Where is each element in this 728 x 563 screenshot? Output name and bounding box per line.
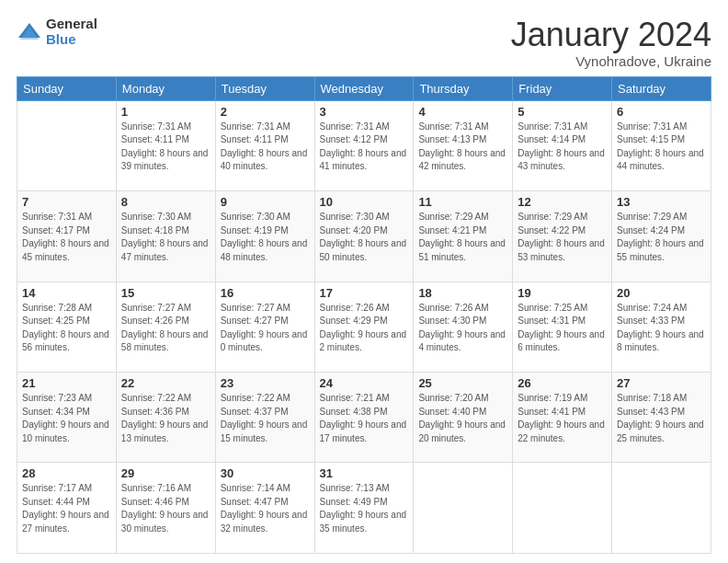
sunrise-23: Sunrise: 7:22 AM (221, 393, 290, 403)
logo: General Blue (17, 17, 97, 47)
cell-3-5: 26Sunrise: 7:19 AMSunset: 4:41 PMDayligh… (513, 373, 612, 463)
day-number-7: 7 (22, 195, 111, 209)
header-tuesday: Tuesday (215, 76, 314, 100)
cell-1-1: 8Sunrise: 7:30 AMSunset: 4:18 PMDaylight… (116, 191, 215, 282)
daylight-18: Daylight: 9 hours and 4 minutes. (418, 329, 506, 353)
header-saturday: Saturday (612, 76, 711, 100)
daylight-17: Daylight: 9 hours and 2 minutes. (320, 329, 407, 353)
cell-0-2: 2Sunrise: 7:31 AMSunset: 4:11 PMDaylight… (215, 100, 314, 190)
sunset-27: Sunset: 4:43 PM (617, 407, 685, 417)
sunrise-14: Sunrise: 7:28 AM (22, 303, 92, 313)
daylight-20: Daylight: 9 hours and 8 minutes. (617, 329, 704, 353)
day-info-25: Sunrise: 7:20 AMSunset: 4:40 PMDaylight:… (418, 392, 507, 445)
sunset-7: Sunset: 4:17 PM (22, 225, 90, 236)
cell-1-3: 10Sunrise: 7:30 AMSunset: 4:20 PMDayligh… (314, 191, 414, 282)
sunrise-26: Sunrise: 7:19 AM (518, 393, 587, 403)
page: General Blue January 2024 Vynohradove, U… (0, 0, 728, 563)
sunset-1: Sunset: 4:11 PM (121, 134, 189, 144)
cell-4-5 (513, 463, 612, 554)
title-month: January 2024 (511, 17, 711, 53)
sunset-13: Sunset: 4:24 PM (617, 225, 685, 236)
cell-2-6: 20Sunrise: 7:24 AMSunset: 4:33 PMDayligh… (612, 282, 711, 372)
day-info-31: Sunrise: 7:13 AMSunset: 4:49 PMDaylight:… (320, 482, 409, 535)
daylight-30: Daylight: 9 hours and 32 minutes. (221, 510, 308, 534)
day-info-16: Sunrise: 7:27 AMSunset: 4:27 PMDaylight:… (221, 302, 310, 355)
header-wednesday: Wednesday (314, 76, 414, 100)
day-info-2: Sunrise: 7:31 AMSunset: 4:11 PMDaylight:… (221, 121, 310, 174)
logo-general-text: General (46, 17, 97, 32)
sunrise-9: Sunrise: 7:30 AM (221, 212, 290, 222)
cell-3-0: 21Sunrise: 7:23 AMSunset: 4:34 PMDayligh… (17, 373, 117, 463)
sunset-9: Sunset: 4:19 PM (221, 225, 289, 236)
sunset-4: Sunset: 4:13 PM (418, 134, 486, 144)
day-info-21: Sunrise: 7:23 AMSunset: 4:34 PMDaylight:… (22, 392, 111, 445)
day-number-3: 3 (320, 105, 409, 119)
cell-0-3: 3Sunrise: 7:31 AMSunset: 4:12 PMDaylight… (314, 100, 414, 190)
cell-3-3: 24Sunrise: 7:21 AMSunset: 4:38 PMDayligh… (314, 373, 414, 463)
cell-2-0: 14Sunrise: 7:28 AMSunset: 4:25 PMDayligh… (17, 282, 117, 372)
sunset-8: Sunset: 4:18 PM (121, 225, 189, 236)
cell-0-5: 5Sunrise: 7:31 AMSunset: 4:14 PMDaylight… (513, 100, 612, 190)
daylight-6: Daylight: 8 hours and 44 minutes. (617, 148, 704, 172)
sunrise-31: Sunrise: 7:13 AM (320, 483, 390, 493)
sunset-29: Sunset: 4:46 PM (121, 497, 189, 507)
day-info-1: Sunrise: 7:31 AMSunset: 4:11 PMDaylight:… (121, 121, 210, 174)
day-number-15: 15 (121, 286, 210, 300)
header-monday: Monday (116, 76, 215, 100)
day-info-22: Sunrise: 7:22 AMSunset: 4:36 PMDaylight:… (121, 392, 210, 445)
day-info-10: Sunrise: 7:30 AMSunset: 4:20 PMDaylight:… (320, 211, 409, 264)
daylight-16: Daylight: 9 hours and 0 minutes. (221, 329, 308, 353)
sunrise-28: Sunrise: 7:17 AM (22, 483, 92, 493)
daylight-29: Daylight: 9 hours and 30 minutes. (121, 510, 209, 534)
sunrise-24: Sunrise: 7:21 AM (320, 393, 390, 403)
sunset-3: Sunset: 4:12 PM (320, 134, 388, 144)
cell-2-5: 19Sunrise: 7:25 AMSunset: 4:31 PMDayligh… (513, 282, 612, 372)
sunrise-19: Sunrise: 7:25 AM (518, 303, 587, 313)
sunset-25: Sunset: 4:40 PM (418, 407, 486, 417)
day-info-27: Sunrise: 7:18 AMSunset: 4:43 PMDaylight:… (617, 392, 706, 445)
sunrise-7: Sunrise: 7:31 AM (22, 212, 92, 222)
cell-1-0: 7Sunrise: 7:31 AMSunset: 4:17 PMDaylight… (17, 191, 117, 282)
daylight-28: Daylight: 9 hours and 27 minutes. (22, 510, 109, 534)
day-number-2: 2 (221, 105, 310, 119)
header-sunday: Sunday (17, 76, 117, 100)
sunset-10: Sunset: 4:20 PM (320, 225, 388, 236)
day-info-5: Sunrise: 7:31 AMSunset: 4:14 PMDaylight:… (518, 121, 607, 174)
day-number-13: 13 (617, 195, 706, 209)
sunrise-6: Sunrise: 7:31 AM (617, 121, 687, 132)
sunrise-5: Sunrise: 7:31 AM (518, 121, 587, 132)
sunrise-13: Sunrise: 7:29 AM (617, 212, 687, 222)
day-info-15: Sunrise: 7:27 AMSunset: 4:26 PMDaylight:… (121, 302, 210, 355)
week-row-2: 14Sunrise: 7:28 AMSunset: 4:25 PMDayligh… (17, 282, 711, 372)
sunrise-4: Sunrise: 7:31 AM (418, 121, 488, 132)
cell-4-0: 28Sunrise: 7:17 AMSunset: 4:44 PMDayligh… (17, 463, 117, 554)
daylight-4: Daylight: 8 hours and 42 minutes. (418, 148, 506, 172)
day-number-6: 6 (617, 105, 706, 119)
day-number-9: 9 (221, 195, 310, 209)
cell-4-1: 29Sunrise: 7:16 AMSunset: 4:46 PMDayligh… (116, 463, 215, 554)
title-location: Vynohradove, Ukraine (511, 53, 711, 69)
cell-1-6: 13Sunrise: 7:29 AMSunset: 4:24 PMDayligh… (612, 191, 711, 282)
cell-3-2: 23Sunrise: 7:22 AMSunset: 4:37 PMDayligh… (215, 373, 314, 463)
sunset-19: Sunset: 4:31 PM (518, 316, 586, 326)
sunset-15: Sunset: 4:26 PM (121, 316, 189, 326)
cell-1-4: 11Sunrise: 7:29 AMSunset: 4:21 PMDayligh… (414, 191, 513, 282)
weekday-header-row: Sunday Monday Tuesday Wednesday Thursday… (17, 76, 711, 100)
daylight-9: Daylight: 8 hours and 48 minutes. (221, 238, 308, 262)
day-number-10: 10 (320, 195, 409, 209)
day-number-21: 21 (22, 376, 111, 390)
cell-4-3: 31Sunrise: 7:13 AMSunset: 4:49 PMDayligh… (314, 463, 414, 554)
logo-blue-text: Blue (46, 32, 97, 48)
sunrise-27: Sunrise: 7:18 AM (617, 393, 687, 403)
day-number-8: 8 (121, 195, 210, 209)
daylight-7: Daylight: 8 hours and 45 minutes. (22, 238, 109, 262)
cell-1-2: 9Sunrise: 7:30 AMSunset: 4:19 PMDaylight… (215, 191, 314, 282)
sunset-26: Sunset: 4:41 PM (518, 407, 586, 417)
day-number-27: 27 (617, 376, 706, 390)
sunset-18: Sunset: 4:30 PM (418, 316, 486, 326)
daylight-31: Daylight: 9 hours and 35 minutes. (320, 510, 407, 534)
sunset-21: Sunset: 4:34 PM (22, 407, 90, 417)
daylight-22: Daylight: 9 hours and 13 minutes. (121, 419, 209, 443)
day-number-5: 5 (518, 105, 607, 119)
daylight-11: Daylight: 8 hours and 51 minutes. (418, 238, 506, 262)
